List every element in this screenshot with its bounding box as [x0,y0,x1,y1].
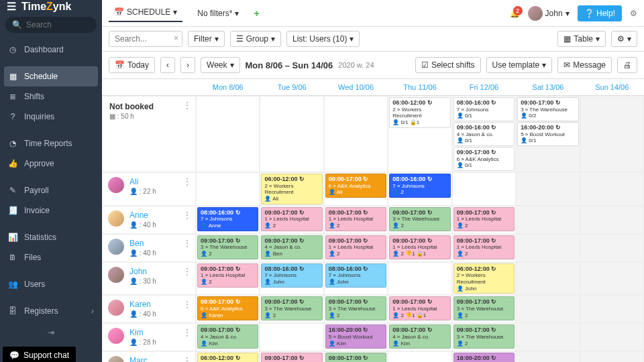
shift-card[interactable]: 09:00-16:00 ↻4 » Jason & co.👤 0/1 [453,122,515,146]
cell[interactable]: 09:00-17:00 ↻3 » The Warehouse👤 2 [452,295,516,323]
cell[interactable] [580,172,644,206]
cell[interactable]: 09:00-17:00 ↻1 » Leeds Hospital👤 2 [452,234,516,262]
day-header[interactable]: Fri 12/06 [452,79,516,96]
cell[interactable]: 08:00-16:00 ↻7 » Johnsons👤 John [260,262,323,296]
cell[interactable] [516,234,580,262]
sidebar-item-inquiries[interactable]: ?Inquiries [0,107,102,127]
person-name[interactable]: Ben [129,239,156,248]
cell[interactable]: 09:00-17:00 ↻6 » A&K Analytics👤 Ali [324,172,388,206]
person-name[interactable]: Kim [129,328,156,337]
day-header[interactable]: Thu 11/06 [388,79,451,96]
shift-card[interactable]: 06:00-12:00 ↻2 » Workers Recruitment👤 0/… [389,97,450,128]
help-button[interactable]: ❔ Help! [578,5,622,21]
cell[interactable] [516,206,580,234]
row-menu[interactable]: ⋮ [183,101,191,110]
message-button[interactable]: ✉Message [557,57,612,73]
sidebar-item-shifts[interactable]: ≣Shifts [0,86,102,107]
shift-card[interactable]: 09:00-17:00 ↻3 » The Warehouse👤 2 [389,207,450,231]
cell[interactable]: 09:00-17:00 ↻6 » A&K Analytics👤 Karen [196,295,260,323]
prev-button[interactable]: ‹ [160,57,175,73]
print-button[interactable]: 🖨 [617,57,637,73]
cell[interactable]: 09:00-17:00 ↻3 » The Warehouse👤 2 [388,206,451,234]
search-input[interactable] [26,20,90,29]
add-icon[interactable]: + [254,8,259,19]
day-header[interactable]: Mon 8/06 [196,79,260,96]
shift-card[interactable]: 09:00-17:00 ↻6 » A&K Analytics👤 0/1 [453,147,515,171]
shift-card[interactable]: 16:00-20:00 ↻5 » Boost Workout👤 Kim [325,324,386,349]
cell[interactable]: 16:00-20:00 ↻5 » Boost Workout👤 [452,351,516,362]
filter-dropdown[interactable]: Filter▾ [188,31,225,47]
cell[interactable]: 09:00-17:00 ↻4 » Jason & co.👤 Kim [388,323,451,351]
shift-card[interactable]: 09:00-17:00 ↻1 » Leeds Hospital👤 2 [261,207,322,231]
cell[interactable]: 09:00-17:00 ↻3 » The Warehouse👤 0/216:00… [516,96,580,172]
cell[interactable] [260,323,323,351]
sidebar-item-invoice[interactable]: 🧾Invoice [0,200,102,221]
sidebar-item-dashboard[interactable]: ◷Dashboard [0,40,102,60]
shift-card[interactable]: 08:00-16:00 ↻7 » Johnsons👤 John [261,263,322,288]
shift-card[interactable]: 09:00-17:00 ↻4 » Jason & co.👤 Ben [261,235,322,259]
sidebar-item-users[interactable]: 👥Users [0,274,102,294]
cell[interactable]: 09:00-17:00 ↻1 » Leeds Hospital👤 2 [452,206,516,234]
notifications[interactable]: 🔔2 [510,9,520,18]
shift-card[interactable]: 09:00-17:00 ↻4 » Jason & co.👤 Kim [389,324,450,349]
cell[interactable] [516,172,580,206]
sidebar-search[interactable]: 🔍 [5,17,97,33]
shift-card[interactable]: 09:00-17:00 ↻6 » A&K Analytics👤 Ali [325,174,386,198]
sidebar-item-approve[interactable]: 👍Approve [0,154,102,174]
cell[interactable] [580,262,644,296]
cell[interactable] [196,172,260,206]
sidebar-item-registers[interactable]: 🗄Registers› [0,301,102,321]
list-dropdown[interactable]: List: Users (10)▾ [286,31,360,47]
collapse-button[interactable]: ⇥ [0,321,102,344]
day-header[interactable]: Sun 14/06 [580,79,644,96]
shift-card[interactable]: 09:00-17:00 ↻3 » The Warehouse👤 0/2 [517,97,578,121]
sidebar-item-payroll[interactable]: ✎Payroll [0,180,102,200]
cell[interactable]: 06:00-12:00 ↻2 » Workers Recruitment👤 0/… [388,96,451,172]
select-shifts-button[interactable]: ☑Select shifts [415,57,481,73]
shift-card[interactable]: 09:00-17:00 ↻4 » Jason & co.👤 Kim [197,324,258,349]
shift-card[interactable]: 08:00-16:00 ↻7 » Johnsons👤 2 [389,174,450,198]
cell[interactable]: 09:00-17:00 ↻3 » The Warehouse👤 2 [452,323,516,351]
cell[interactable] [580,295,644,323]
row-menu[interactable]: ⋮ [183,328,191,337]
cell[interactable]: 09:00-17:00 ↻1 » Leeds Hospital👤 2 [324,234,388,262]
template-dropdown[interactable]: Use template▾ [486,57,553,73]
toolbar-search-input[interactable] [109,31,182,47]
shift-card[interactable]: 09:00-17:00 ↻1 » Leeds Hospital👤 2 👎1 🔒1 [389,296,450,320]
row-menu[interactable]: ⋮ [183,239,191,248]
row-menu[interactable]: ⋮ [183,267,191,276]
filters-dropdown[interactable]: No filters*▾ [192,6,244,21]
schedule-dropdown[interactable]: 📅SCHEDULE▾ [109,5,182,22]
next-button[interactable]: › [180,57,195,73]
person-name[interactable]: Karen [129,300,156,309]
shift-card[interactable]: 16:00-20:00 ↻5 » Boost Workout👤 [453,353,515,362]
cell[interactable]: 06:00-12:00 ↻2 » Workers Recruitment👤 [196,351,260,362]
cell[interactable] [580,96,644,172]
person-name[interactable]: Anne [129,210,156,220]
row-menu[interactable]: ⋮ [183,356,191,362]
shift-card[interactable]: 09:00-17:00 ↻1 » Leeds Hospital👤 2 [325,235,386,259]
sidebar-item-statistics[interactable]: 📊Statistics [0,227,102,247]
day-header[interactable]: Wed 10/06 [324,79,388,96]
cell[interactable] [260,96,323,172]
shift-card[interactable]: 09:00-17:00 ↻3 » The Warehouse👤 2 [261,296,322,320]
cell[interactable]: 09:00-17:00 ↻1 » Leeds Hospital👤 [260,351,323,362]
cell[interactable]: 09:00-17:00 ↻1 » Leeds Hospital👤 2 👎1 🔒1 [388,295,451,323]
shift-card[interactable]: 08:00-16:00 ↻7 » Johnsons👤 Anne [197,207,258,231]
sidebar-item-files[interactable]: 🗎Files [0,247,102,267]
cell[interactable]: 09:00-17:00 ↻3 » The Warehouse👤 2 [260,295,323,323]
cell[interactable] [324,96,388,172]
row-menu[interactable]: ⋮ [183,300,191,309]
cell[interactable]: 08:00-16:00 ↻7 » Johnsons👤 John [324,262,388,296]
cell[interactable]: 08:00-16:00 ↻7 » Johnsons👤 0/109:00-16:0… [452,96,516,172]
shift-card[interactable]: 08:00-16:00 ↻7 » Johnsons👤 0/1 [453,97,515,121]
shift-card[interactable]: 06:00-12:00 ↻2 » Workers Recruitment👤 Al… [261,174,322,204]
shift-card[interactable]: 09:00-17:00 ↻3 » The Warehouse👤 2 [453,296,515,320]
person-name[interactable]: John [129,267,156,276]
cell[interactable]: 09:00-17:00 ↻3 » The Warehouse👤 [324,351,388,362]
group-dropdown[interactable]: ☰Group▾ [230,31,281,47]
shift-card[interactable]: 06:00-12:00 ↻2 » Workers Recruitment👤 [197,353,258,362]
shift-card[interactable]: 06:00-12:00 ↻2 » Workers Recruitment👤 Jo… [453,263,515,294]
cell[interactable]: 09:00-17:00 ↻1 » Leeds Hospital👤 2 [260,206,323,234]
shift-card[interactable]: 09:00-17:00 ↻1 » Leeds Hospital👤 [261,353,322,362]
